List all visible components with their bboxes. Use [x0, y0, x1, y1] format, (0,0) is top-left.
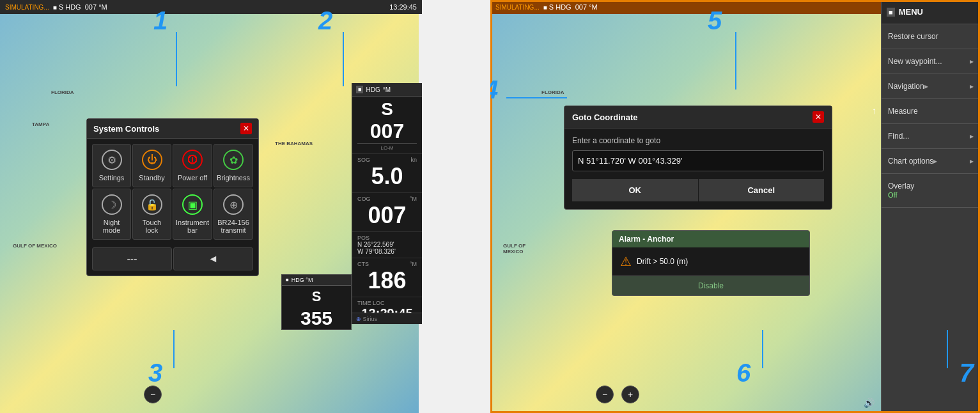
right-volume-icon[interactable]: 🔊: [864, 398, 875, 408]
pos-lon: W 79°08.326': [357, 248, 417, 255]
menu-item-chart-options[interactable]: Chart options▸: [882, 149, 980, 174]
goto-body: Enter a coordinate to goto N 51°11.720' …: [564, 129, 832, 209]
settings-button[interactable]: ⚙ Settings: [92, 144, 131, 187]
callout-7-line: [947, 330, 948, 368]
goto-cancel-button[interactable]: Cancel: [699, 179, 825, 201]
callout-5-line: [735, 32, 736, 90]
r-hdg-indicator: ■ S HDG 007 °M: [543, 3, 598, 11]
menu-header: ■ MENU: [882, 0, 980, 24]
alarm-header: Alarm - Anchor: [612, 231, 809, 247]
night-mode-button[interactable]: ☽ Night mode: [92, 189, 131, 240]
br24-transmit-button[interactable]: ⊕ BR24-156 transmit: [214, 189, 253, 240]
right-sidebar-menu: ■ MENU Restore cursor New waypoint... Na…: [881, 0, 980, 413]
mini-hdg-header: ■ HDG °M: [282, 275, 351, 286]
sirius-bar: ⊕ Sirius: [352, 313, 422, 324]
goto-close-button[interactable]: ✕: [813, 111, 824, 123]
alarm-anchor-dialog: Alarm - Anchor ⚠ Drift > 50.0 (m) Disabl…: [612, 230, 810, 296]
callout-2: 2: [318, 6, 332, 35]
instrument-icon: ▣: [182, 194, 203, 215]
gear-icon: ⚙: [102, 150, 122, 170]
bahamas-label: THE BAHAMAS: [275, 141, 313, 146]
sys-bottom-right[interactable]: ◄: [173, 247, 253, 270]
instrument-bar-button[interactable]: ▣ Instrument bar: [173, 189, 212, 240]
cog-row: COG °M 007: [352, 193, 422, 232]
alarm-title: Alarm - Anchor: [619, 235, 674, 244]
sys-bottom-left[interactable]: ---: [92, 247, 172, 270]
callout-6: 6: [736, 359, 751, 387]
left-time: 13:29:45: [389, 3, 417, 11]
moon-icon: ☽: [102, 194, 122, 215]
cts-value: 186: [357, 267, 417, 294]
touch-lock-label: Touch lock: [136, 219, 168, 234]
settings-label: Settings: [99, 174, 125, 182]
sog-value: 5.0: [357, 163, 417, 190]
lo-m-label: LO-M: [357, 143, 417, 151]
pos-lat: N 26°22.569': [357, 241, 417, 248]
callout-3-line: [173, 330, 175, 368]
menu-item-overlay[interactable]: Overlay Off: [882, 174, 980, 208]
callout-4: 4: [490, 75, 498, 104]
inst-header: ■ HDG °M: [352, 83, 422, 97]
alarm-drift-label: Drift > 50.0 (m): [637, 257, 688, 266]
goto-coordinate-dialog: Goto Coordinate ✕ Enter a coordinate to …: [564, 105, 832, 210]
menu-item-measure[interactable]: Measure: [882, 99, 980, 124]
overlay-status: Off: [888, 191, 897, 199]
system-controls-dialog: System Controls ✕ ⚙ Settings ⏻ Standby ⏼…: [86, 118, 259, 276]
power-off-button[interactable]: ⏼ Power off: [173, 144, 212, 187]
r-florida-label: FLORIDA: [541, 90, 564, 95]
sog-row: SOG kn 5.0: [352, 154, 422, 193]
sys-controls-close-button[interactable]: ✕: [240, 123, 252, 134]
goto-ok-button[interactable]: OK: [572, 179, 698, 201]
inst-hdg-value: 007: [357, 120, 417, 143]
brightness-icon: ✿: [223, 150, 244, 170]
sys-controls-title: System Controls: [93, 124, 159, 134]
standby-button[interactable]: ⏻ Standby: [132, 144, 171, 187]
menu-item-restore-cursor[interactable]: Restore cursor: [882, 24, 980, 49]
left-panel: FLORIDA TAMPA GULF OF MEXICO THE BAHAMAS…: [0, 0, 422, 413]
callout-3: 3: [148, 359, 162, 387]
power-icon: ⏼: [182, 150, 203, 170]
callout-7: 7: [960, 359, 974, 387]
inst-compass-s: S: [357, 99, 417, 120]
goto-title: Goto Coordinate: [572, 113, 638, 122]
panel-gap: [419, 0, 490, 413]
goto-subtitle: Enter a coordinate to goto: [572, 136, 824, 145]
right-zoom-minus-button[interactable]: −: [596, 386, 614, 403]
hdg-indicator: ■ S HDG 007 °M: [53, 3, 107, 11]
night-mode-label: Night mode: [95, 219, 128, 234]
transmit-icon: ⊕: [223, 194, 244, 215]
menu-item-navigation[interactable]: Navigation▸: [882, 74, 980, 99]
menu-item-new-waypoint[interactable]: New waypoint...: [882, 49, 980, 74]
cts-row: CTS °M 186: [352, 258, 422, 297]
florida-label: FLORIDA: [51, 90, 74, 95]
sys-controls-header: System Controls ✕: [87, 119, 258, 139]
mini-hdg-compass: S: [282, 286, 351, 308]
standby-label: Standby: [139, 174, 164, 182]
left-status-bar: SIMULATING... ■ S HDG 007 °M 13:29:45: [0, 0, 422, 14]
power-off-label: Power off: [178, 174, 207, 182]
right-zoom-plus-button[interactable]: +: [621, 386, 639, 403]
pos-row: POS N 26°22.569' W 79°08.326': [352, 232, 422, 258]
mini-hdg-panel: ■ HDG °M S 355: [281, 274, 352, 330]
brightness-button[interactable]: ✿ Brightness: [214, 144, 253, 187]
inst-compass-row: S 007 LO-M: [352, 97, 422, 154]
callout-6-line: [762, 330, 763, 368]
touch-lock-button[interactable]: 🔓 Touch lock: [132, 189, 171, 240]
standby-icon: ⏻: [142, 150, 162, 170]
r-sim-label: SIMULATING...: [495, 4, 540, 11]
right-panel: FLORIDA GULF OFMEXICO THE BAHAMAS ⬥ SIMU…: [490, 0, 980, 413]
brightness-label: Brightness: [217, 174, 250, 182]
goto-coordinate-input[interactable]: N 51°11.720' W 001°43.329': [572, 150, 824, 171]
menu-title: MENU: [899, 7, 923, 17]
goto-header: Goto Coordinate ✕: [564, 106, 832, 129]
callout-4-line: [506, 97, 567, 98]
nav-compass-icon: ↑: [872, 105, 876, 116]
alarm-disable-button[interactable]: Disable: [612, 276, 809, 295]
zoom-minus-button[interactable]: −: [144, 386, 162, 403]
callout-5: 5: [708, 6, 722, 35]
gulf-label: GULF OF MEXICO: [13, 243, 57, 249]
tampa-label: TAMPA: [32, 121, 49, 127]
br24-label: BR24-156 transmit: [217, 219, 250, 234]
mini-hdg-value: 355: [282, 308, 351, 329]
menu-item-find[interactable]: Find...: [882, 124, 980, 149]
